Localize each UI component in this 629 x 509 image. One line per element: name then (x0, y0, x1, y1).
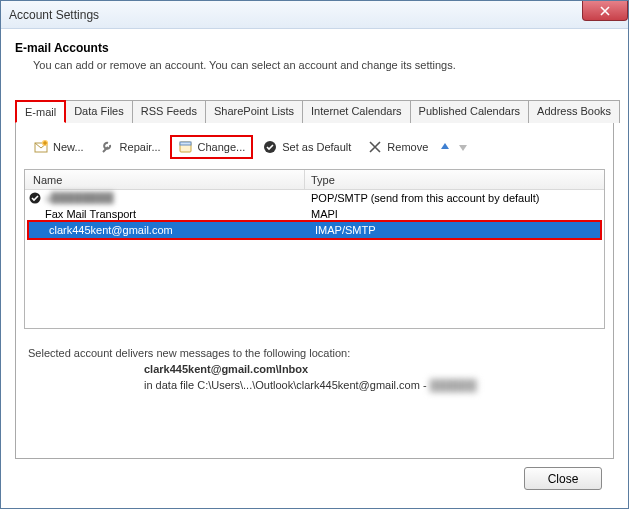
remove-icon (367, 139, 383, 155)
tab-sharepoint-lists[interactable]: SharePoint Lists (205, 100, 303, 123)
toolbar-label: New... (53, 141, 84, 153)
account-type: POP/SMTP (send from this account by defa… (305, 192, 604, 204)
account-row[interactable]: a████████ POP/SMTP (send from this accou… (25, 190, 604, 206)
column-header-name[interactable]: Name (25, 170, 305, 189)
tab-panel: New... Repair... Change... Set as Defaul… (15, 123, 614, 459)
window-title: Account Settings (9, 8, 99, 22)
tab-published-calendars[interactable]: Published Calendars (410, 100, 530, 123)
toolbar-label: Set as Default (282, 141, 351, 153)
arrow-up-icon (439, 141, 451, 153)
svg-rect-3 (180, 142, 191, 145)
remove-button[interactable]: Remove (360, 136, 435, 158)
location-path: in data file C:\Users\...\Outlook\clark4… (144, 379, 605, 391)
new-icon (33, 139, 49, 155)
set-default-button[interactable]: Set as Default (255, 136, 358, 158)
tab-data-files[interactable]: Data Files (65, 100, 133, 123)
dialog-footer: Close (15, 459, 614, 498)
account-type: IMAP/SMTP (309, 224, 600, 236)
close-icon (600, 6, 610, 16)
list-header: Name Type (25, 170, 604, 190)
checkmark-icon (262, 139, 278, 155)
section-heading: E-mail Accounts (15, 41, 614, 55)
account-name: clark445kent@gmail.com (49, 224, 309, 236)
move-up-button[interactable] (437, 139, 453, 155)
tab-strip: E-mail Data Files RSS Feeds SharePoint L… (15, 99, 614, 123)
section-subtext: You can add or remove an account. You ca… (33, 59, 614, 71)
close-button[interactable]: Close (524, 467, 602, 490)
account-type: MAPI (305, 208, 604, 220)
close-window-button[interactable] (582, 1, 628, 21)
tab-email[interactable]: E-mail (15, 100, 66, 123)
location-details: clark445kent@gmail.com\Inbox in data fil… (144, 363, 605, 391)
tab-address-books[interactable]: Address Books (528, 100, 620, 123)
tab-label: E-mail (25, 106, 56, 118)
tab-label: Published Calendars (419, 105, 521, 117)
tab-label: SharePoint Lists (214, 105, 294, 117)
tab-internet-calendars[interactable]: Internet Calendars (302, 100, 411, 123)
arrow-down-icon (457, 141, 469, 153)
tab-rss-feeds[interactable]: RSS Feeds (132, 100, 206, 123)
change-icon (178, 139, 194, 155)
repair-button[interactable]: Repair... (93, 136, 168, 158)
titlebar: Account Settings (1, 1, 628, 29)
tab-label: Address Books (537, 105, 611, 117)
tab-label: RSS Feeds (141, 105, 197, 117)
repair-icon (100, 139, 116, 155)
default-account-icon (25, 192, 45, 204)
location-folder: clark445kent@gmail.com\Inbox (144, 363, 605, 375)
highlighted-row-box: clark445kent@gmail.com IMAP/SMTP (27, 220, 602, 240)
tab-label: Data Files (74, 105, 124, 117)
toolbar-label: Change... (198, 141, 246, 153)
change-button[interactable]: Change... (170, 135, 254, 159)
move-down-button[interactable] (455, 139, 471, 155)
toolbar: New... Repair... Change... Set as Defaul… (24, 131, 605, 163)
column-header-type[interactable]: Type (305, 174, 604, 186)
account-name: Fax Mail Transport (45, 208, 305, 220)
new-button[interactable]: New... (26, 136, 91, 158)
account-row-selected[interactable]: clark445kent@gmail.com IMAP/SMTP (29, 222, 600, 238)
account-name: a████████ (45, 192, 305, 204)
tab-label: Internet Calendars (311, 105, 402, 117)
toolbar-label: Remove (387, 141, 428, 153)
location-intro: Selected account delivers new messages t… (28, 347, 605, 359)
accounts-list[interactable]: Name Type a████████ POP/SMTP (send from … (24, 169, 605, 329)
toolbar-label: Repair... (120, 141, 161, 153)
